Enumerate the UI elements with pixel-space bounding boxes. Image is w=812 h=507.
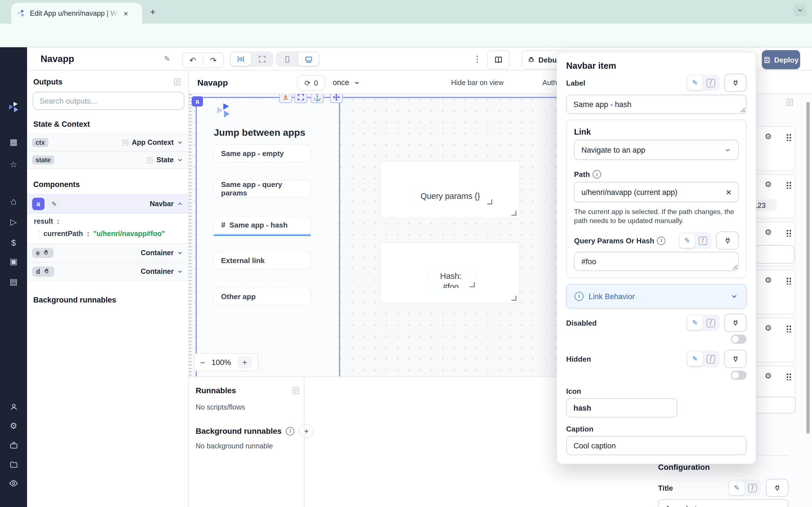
chevron-down-icon[interactable] [176, 157, 183, 163]
scrollbar-thumb[interactable] [806, 102, 810, 434]
folders-icon[interactable] [0, 457, 27, 471]
drag-handle-icon[interactable] [786, 325, 791, 332]
audit-eye-icon[interactable] [0, 476, 27, 490]
edit-title-pencil-icon[interactable]: ✎ [164, 55, 170, 63]
workers-briefcase-icon[interactable] [0, 438, 27, 452]
settings-gear-icon[interactable]: ⚙ [0, 419, 27, 433]
deploy-button[interactable]: Deploy [762, 50, 800, 69]
connect-plug-button[interactable] [724, 74, 747, 92]
fx-button[interactable]: f [703, 351, 718, 366]
resize-handle[interactable] [511, 211, 516, 216]
expand-down-button[interactable] [279, 94, 292, 103]
kebab-menu-icon[interactable]: ⋮ [473, 54, 481, 64]
tab-search-button[interactable] [794, 4, 806, 16]
nav-item-external-link[interactable]: External link [214, 252, 311, 269]
title-field-input[interactable]: Jump between apps [658, 499, 788, 507]
edit-pencil-icon[interactable]: ✎ [48, 198, 60, 210]
search-input[interactable]: Search outputs... [33, 92, 185, 110]
home-icon[interactable]: ⌂ [0, 195, 27, 209]
fx-button[interactable]: f [703, 75, 718, 90]
anchor-button[interactable]: ⚓ [311, 94, 324, 103]
tab-close-icon[interactable]: × [123, 9, 128, 17]
query-params-container[interactable]: Query params {} [380, 161, 519, 219]
nav-item-other-app[interactable]: Other app [214, 288, 311, 305]
scrollbar[interactable] [805, 94, 812, 507]
path-field-input[interactable]: u/henri/navapp (current app) × [574, 182, 739, 202]
doc-icon[interactable] [785, 98, 794, 107]
link-behavior-collapsible[interactable]: i Link Behavior [566, 284, 747, 309]
nav-item-same-app-hash[interactable]: # Same app - hash [214, 216, 311, 233]
gear-icon[interactable]: ⚙ [765, 276, 772, 284]
link-type-select[interactable]: Navigate to an app [574, 140, 739, 160]
gear-icon[interactable]: ⚙ [765, 180, 772, 188]
zoom-out-button[interactable]: − [200, 357, 205, 367]
runs-play-icon[interactable]: ▷ [0, 215, 27, 229]
doc-icon[interactable] [292, 386, 300, 395]
refresh-count-button[interactable]: ⟳ 0 [297, 75, 325, 91]
fx-button[interactable]: f [695, 233, 711, 248]
nav-item-query-params[interactable]: Same app - query params [214, 180, 311, 197]
chevron-up-icon[interactable] [176, 201, 183, 207]
input-fragment[interactable] [755, 245, 795, 264]
new-tab-button[interactable]: + [150, 7, 156, 18]
drag-handle-icon[interactable] [786, 229, 791, 237]
label-field-input[interactable]: Same app - hash [566, 95, 747, 114]
expand-component-button[interactable] [294, 94, 307, 103]
resize-handle[interactable] [511, 296, 516, 301]
fx-button[interactable]: f [745, 481, 760, 495]
move-button[interactable] [330, 94, 343, 103]
zoom-in-button[interactable]: + [238, 356, 252, 369]
resources-boxes-icon[interactable]: ▣ [0, 255, 27, 268]
schedules-calendar-icon[interactable]: ▤ [0, 275, 27, 288]
component-row-navbar[interactable]: a ✎ Navbar [27, 194, 188, 214]
fullwidth-layout-button[interactable] [252, 52, 272, 66]
apps-grid-icon[interactable]: ▦ [0, 135, 27, 149]
output-row-state[interactable]: state State [27, 152, 188, 169]
chevron-down-icon[interactable] [176, 249, 183, 256]
redo-button[interactable]: ↷ [203, 56, 223, 65]
static-edit-button[interactable]: ✎ [729, 481, 744, 495]
gear-icon[interactable]: ⚙ [765, 372, 772, 380]
nav-item-same-app-empty[interactable]: Same app - empty [214, 145, 311, 162]
centered-layout-button[interactable] [231, 52, 251, 66]
resize-handle[interactable] [470, 282, 475, 287]
add-background-runnable-button[interactable]: + [299, 424, 314, 438]
gear-icon[interactable]: ⚙ [765, 228, 772, 236]
resize-handle[interactable] [732, 264, 737, 269]
user-icon[interactable] [0, 400, 27, 413]
hash-container[interactable]: Hash: #foo [380, 242, 519, 304]
resize-handle[interactable] [487, 200, 492, 205]
connect-plug-button[interactable] [716, 231, 739, 249]
undo-button[interactable]: ↶ [183, 56, 203, 65]
component-row-d[interactable]: d Container [27, 263, 188, 281]
drag-handle-icon[interactable] [786, 373, 791, 380]
windmill-logo-icon[interactable] [0, 100, 27, 114]
caption-field-input[interactable]: Cool caption [566, 436, 747, 455]
favorites-star-icon[interactable]: ☆ [0, 158, 27, 171]
icon-field-input[interactable]: hash [566, 398, 677, 417]
gear-icon[interactable]: ⚙ [765, 324, 772, 332]
doc-icon[interactable] [173, 78, 182, 86]
navbar-component-surface[interactable] [196, 97, 339, 376]
static-edit-button[interactable]: ✎ [688, 351, 703, 366]
component-row-e[interactable]: e Container [27, 244, 188, 263]
run-mode-select[interactable]: once [333, 78, 361, 87]
chevron-down-icon[interactable] [176, 268, 183, 275]
hidden-toggle[interactable] [731, 371, 747, 380]
static-edit-button[interactable]: ✎ [679, 233, 695, 248]
input-fragment[interactable] [752, 397, 796, 413]
chevron-down-icon[interactable] [176, 139, 183, 146]
selected-component-badge[interactable]: a [192, 96, 203, 107]
drag-handle-icon[interactable] [786, 277, 791, 284]
fx-button[interactable]: f [703, 316, 718, 330]
mobile-preview-button[interactable] [277, 52, 297, 66]
resize-handle[interactable] [740, 107, 745, 112]
browser-tab[interactable]: Edit App u/henri/navapp | Win × [11, 3, 142, 24]
desktop-preview-button[interactable] [298, 52, 319, 66]
docs-book-button[interactable] [487, 50, 510, 69]
variables-dollar-icon[interactable]: $ [0, 235, 27, 249]
connect-plug-button[interactable] [766, 479, 788, 497]
connect-plug-button[interactable] [724, 314, 747, 332]
clear-icon[interactable]: × [726, 187, 731, 197]
static-edit-button[interactable]: ✎ [688, 75, 703, 90]
